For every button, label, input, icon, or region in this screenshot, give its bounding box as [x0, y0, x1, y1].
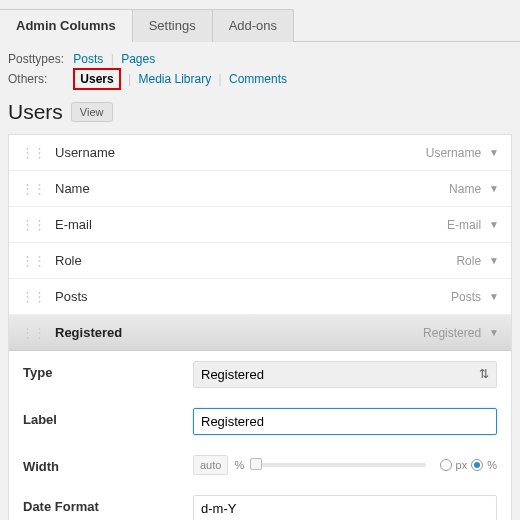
column-row[interactable]: ⋮⋮E-mail E-mail▼: [9, 207, 511, 243]
drag-handle-icon[interactable]: ⋮⋮: [21, 217, 45, 232]
filter-users[interactable]: Users: [73, 68, 120, 90]
column-type-hint: E-mail: [447, 218, 481, 232]
unit-pct-radio[interactable]: [471, 459, 483, 471]
column-row[interactable]: ⋮⋮Username Username▼: [9, 135, 511, 171]
column-type-hint: Username: [426, 146, 481, 160]
column-type-hint: Role: [456, 254, 481, 268]
filter-others-label: Others:: [8, 72, 70, 86]
column-label: Posts: [55, 289, 88, 304]
width-auto-badge: auto: [193, 455, 228, 475]
tab-settings[interactable]: Settings: [132, 9, 213, 42]
column-type-hint: Name: [449, 182, 481, 196]
column-row[interactable]: ⋮⋮Name Name▼: [9, 171, 511, 207]
drag-handle-icon[interactable]: ⋮⋮: [21, 325, 45, 340]
chevron-down-icon: ▼: [489, 147, 499, 158]
column-type-hint: Registered: [423, 326, 481, 340]
chevron-down-icon: ▼: [489, 255, 499, 266]
column-row-active[interactable]: ⋮⋮Registered Registered▼: [9, 315, 511, 351]
dateformat-input[interactable]: [193, 495, 497, 520]
tab-addons[interactable]: Add-ons: [212, 9, 294, 42]
column-label: Role: [55, 253, 82, 268]
type-label: Type: [23, 361, 193, 380]
tab-admin-columns[interactable]: Admin Columns: [0, 9, 133, 42]
slider-thumb[interactable]: [250, 458, 262, 470]
chevron-down-icon: ▼: [489, 291, 499, 302]
column-row[interactable]: ⋮⋮Role Role▼: [9, 243, 511, 279]
tabs-bar: Admin Columns Settings Add-ons: [0, 0, 520, 42]
column-label: E-mail: [55, 217, 92, 232]
filter-posttypes-label: Posttypes:: [8, 52, 70, 66]
width-pct-label: %: [234, 459, 244, 471]
column-settings-panel: Type Registered Label Width auto %: [9, 351, 511, 520]
chevron-down-icon: ▼: [489, 183, 499, 194]
drag-handle-icon[interactable]: ⋮⋮: [21, 253, 45, 268]
filter-pages[interactable]: Pages: [121, 52, 155, 66]
filter-posts[interactable]: Posts: [73, 52, 103, 66]
view-button[interactable]: View: [71, 102, 113, 122]
page-heading: Users View: [0, 96, 520, 134]
filters: Posttypes: Posts | Pages Others: Users |…: [0, 42, 520, 96]
column-label: Username: [55, 145, 115, 160]
columns-box: ⋮⋮Username Username▼ ⋮⋮Name Name▼ ⋮⋮E-ma…: [8, 134, 512, 520]
filter-media[interactable]: Media Library: [139, 72, 212, 86]
type-select[interactable]: Registered: [193, 361, 497, 388]
unit-pct-label: %: [487, 459, 497, 471]
width-label: Width: [23, 455, 193, 474]
column-row[interactable]: ⋮⋮Posts Posts▼: [9, 279, 511, 315]
unit-px-radio[interactable]: [440, 459, 452, 471]
page-title: Users: [8, 100, 63, 124]
width-slider[interactable]: [250, 463, 425, 467]
column-label: Registered: [55, 325, 122, 340]
dateformat-label: Date Format: [23, 495, 193, 514]
drag-handle-icon[interactable]: ⋮⋮: [21, 181, 45, 196]
drag-handle-icon[interactable]: ⋮⋮: [21, 145, 45, 160]
filter-comments[interactable]: Comments: [229, 72, 287, 86]
label-input[interactable]: [193, 408, 497, 435]
column-type-hint: Posts: [451, 290, 481, 304]
chevron-down-icon: ▼: [489, 327, 499, 338]
column-label: Name: [55, 181, 90, 196]
unit-px-label: px: [456, 459, 468, 471]
chevron-down-icon: ▼: [489, 219, 499, 230]
drag-handle-icon[interactable]: ⋮⋮: [21, 289, 45, 304]
label-label: Label: [23, 408, 193, 427]
